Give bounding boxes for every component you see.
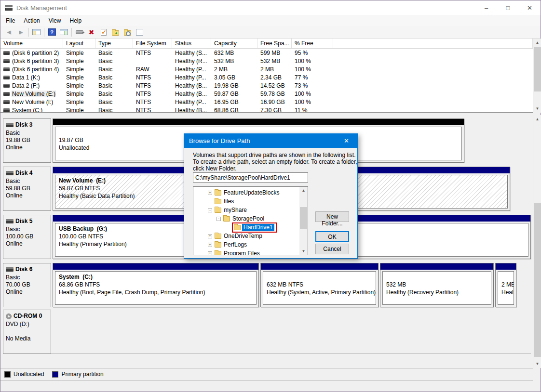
cdrom-info-panel[interactable]: CD-ROM 0DVD (D:) No Media <box>3 310 51 354</box>
column-header-c3[interactable]: File System <box>133 39 172 48</box>
volume-icon <box>3 84 10 88</box>
column-header-c5[interactable]: Capacity <box>211 39 257 48</box>
menu-item-view[interactable]: View <box>44 16 66 26</box>
tree-item-program-files[interactable]: +Program Files <box>208 249 308 255</box>
maximize-button[interactable]: □ <box>497 0 519 15</box>
scrollbar-thumb[interactable] <box>534 47 541 91</box>
tree-expander-icon[interactable]: - <box>216 217 221 221</box>
folder-tree: ▲ ▼ +FeatureUpdateBlocksfiles-myShare-St… <box>193 186 308 255</box>
folder-up-icon[interactable] <box>109 27 122 38</box>
disk-icon <box>6 267 14 272</box>
partition-size: 2 MB <box>501 281 513 288</box>
tree-item-myshare[interactable]: -myShare <box>208 206 308 214</box>
table-row[interactable]: (Disk 6 partition 2)SimpleBasicNTFSHealt… <box>0 49 533 57</box>
table-row[interactable]: (Disk 6 partition 4)SimpleBasicRAWHealth… <box>0 65 533 73</box>
disk-info-panel[interactable]: Disk 5Basic100.00 GBOnline <box>3 215 51 259</box>
title-bar: Disk Management – □ ✕ <box>0 0 541 15</box>
back-icon[interactable] <box>3 27 15 38</box>
disk-info-panel[interactable]: Disk 6Basic70.00 GBOnline <box>3 263 51 307</box>
cdrom-drive: DVD (D:) <box>6 321 51 328</box>
disk-type: Basic <box>6 274 51 281</box>
tree-item-featureupdateblocks[interactable]: +FeatureUpdateBlocks <box>208 188 308 197</box>
graphical-view-scrollbar[interactable]: ▲ ▼ <box>533 115 541 368</box>
tree-item-files[interactable]: files <box>208 197 308 206</box>
volume-list-scrollbar[interactable]: ▲ ▼ <box>533 39 541 113</box>
tree-expander-icon[interactable]: + <box>208 234 212 238</box>
tree-item-perflogs[interactable]: +PerfLogs <box>208 240 308 249</box>
minimize-button[interactable]: – <box>475 0 497 15</box>
partition[interactable]: System (C:)68.86 GB NTFSHealthy (Boot, P… <box>53 263 259 307</box>
scroll-up-icon[interactable]: ▲ <box>533 115 541 123</box>
cdrom-media-status: No Media <box>6 335 51 342</box>
table-row[interactable]: New Volume (E:)SimpleBasicNTFSHealthy (B… <box>0 90 533 98</box>
disk-size: 19.88 GB <box>6 137 51 144</box>
ok-button[interactable]: OK <box>315 231 349 242</box>
tree-expander-icon <box>225 225 230 230</box>
tree-item-harddrive1[interactable]: HardDrive1 <box>225 223 308 232</box>
partition-title <box>267 273 375 281</box>
tree-expander-icon[interactable]: + <box>208 243 212 247</box>
disk-info-panel[interactable]: Disk 3Basic19.88 GBOnline <box>3 118 51 163</box>
tree-item-onedrivetemp[interactable]: +OneDriveTemp <box>208 232 308 240</box>
partition-title: System (C:) <box>59 273 255 281</box>
menu-item-file[interactable]: File <box>1 16 19 26</box>
partition[interactable]: 2 MBHealt <box>495 263 516 307</box>
dialog-title-bar: Browse for Drive Path ✕ <box>184 134 357 148</box>
check-document-icon[interactable] <box>97 27 109 38</box>
column-header-c0[interactable]: Volume <box>0 39 63 48</box>
table-row[interactable]: Data 2 (F:)SimpleBasicNTFSHealthy (B...1… <box>0 81 533 90</box>
help-icon[interactable]: ? <box>46 27 58 38</box>
tree-scrollbar[interactable]: ▲ ▼ <box>299 187 308 255</box>
toolbar: ? <box>0 26 541 39</box>
partition[interactable]: 632 MB NTFSHealthy (System, Active, Prim… <box>260 263 379 307</box>
volume-icon <box>3 92 10 96</box>
table-row[interactable]: (Disk 6 partition 3)SimpleBasicHealthy (… <box>0 57 533 65</box>
tree-item-storagepool[interactable]: -StoragePool <box>216 214 308 223</box>
tree-expander-icon[interactable]: + <box>208 251 212 256</box>
forward-icon[interactable] <box>15 27 27 38</box>
table-row[interactable]: Data 1 (K:)SimpleBasicNTFSHealthy (P...3… <box>0 73 533 81</box>
folder-search-icon[interactable] <box>122 27 134 38</box>
column-header-c6[interactable]: Free Spa... <box>257 39 292 48</box>
tree-expander-icon <box>208 199 212 204</box>
scroll-down-icon[interactable]: ▼ <box>533 105 541 113</box>
disk-name: Disk 5 <box>6 218 51 225</box>
scrollbar-thumb[interactable] <box>534 203 541 357</box>
table-row[interactable]: New Volume (I:)SimpleBasicNTFSHealthy (P… <box>0 98 533 106</box>
partition-body: 632 MB NTFSHealthy (System, Active, Prim… <box>263 271 376 305</box>
partition-status: Healthy (Recovery Partition) <box>386 288 490 296</box>
column-header-c7[interactable]: % Free <box>292 39 333 48</box>
delete-volume-icon[interactable] <box>85 27 97 38</box>
disk-info-panel[interactable]: Disk 4Basic59.88 GBOnline <box>3 167 51 211</box>
tree-expander-icon[interactable]: - <box>208 208 212 212</box>
dialog-close-icon[interactable]: ✕ <box>336 134 357 148</box>
disk-icon <box>6 219 14 223</box>
scrollbar-thumb[interactable] <box>300 207 307 229</box>
column-header-c2[interactable]: Type <box>95 39 133 48</box>
drive-path-input[interactable] <box>193 172 308 183</box>
tree-item-label: files <box>224 198 234 205</box>
cancel-button[interactable]: Cancel <box>315 244 349 254</box>
volume-name: (Disk 6 partition 3) <box>12 58 59 65</box>
volume-name: (Disk 6 partition 2) <box>12 50 59 56</box>
cd-disc-icon <box>6 314 12 319</box>
disk-size: 100.00 GB <box>6 233 51 240</box>
properties-icon[interactable] <box>73 27 85 38</box>
new-folder-button[interactable]: New Folder... <box>315 211 349 222</box>
tree-item-label: PerfLogs <box>224 241 247 248</box>
column-header-c1[interactable]: Layout <box>63 39 95 48</box>
close-button[interactable]: ✕ <box>519 0 541 15</box>
tree-expander-icon[interactable]: + <box>208 191 212 195</box>
scroll-down-icon[interactable]: ▼ <box>299 248 308 255</box>
scroll-down-icon[interactable]: ▼ <box>533 360 541 368</box>
menu-item-help[interactable]: Help <box>66 16 86 26</box>
table-row[interactable]: System (C:)SimpleBasicNTFSHealthy (B...6… <box>0 106 533 113</box>
show-action-pane-icon[interactable] <box>58 27 70 38</box>
settings-list-icon[interactable] <box>134 27 146 38</box>
show-console-tree-icon[interactable] <box>30 27 42 38</box>
partition[interactable]: 532 MBHealthy (Recovery Partition) <box>380 263 494 307</box>
menu-item-action[interactable]: Action <box>19 16 44 26</box>
column-header-c4[interactable]: Status <box>172 39 211 48</box>
scroll-up-icon[interactable]: ▲ <box>533 39 541 47</box>
scroll-up-icon[interactable]: ▲ <box>299 187 308 194</box>
